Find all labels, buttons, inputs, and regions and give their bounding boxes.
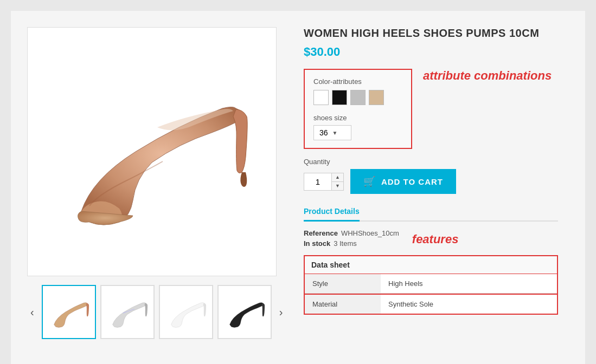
quantity-input[interactable] bbox=[304, 173, 331, 190]
color-swatches bbox=[313, 90, 402, 105]
thumbnail-4-img bbox=[223, 290, 266, 334]
add-to-cart-button[interactable]: 🛒 ADD TO CART bbox=[350, 169, 456, 194]
in-stock-key: In stock bbox=[304, 239, 330, 248]
attributes-row: Color-attributes shoes size 36 ▼ attribu… bbox=[304, 69, 558, 158]
thumbnail-1[interactable] bbox=[42, 285, 96, 339]
prev-thumbnail-button[interactable]: ‹ bbox=[27, 304, 37, 321]
quantity-arrows: ▲ ▼ bbox=[331, 173, 343, 190]
product-image-svg bbox=[49, 49, 255, 255]
quantity-input-box: ▲ ▼ bbox=[304, 173, 344, 191]
swatch-white[interactable] bbox=[313, 90, 329, 105]
size-attr-label: shoes size bbox=[313, 114, 402, 122]
thumbnails-row: ‹ bbox=[27, 285, 293, 339]
swatch-beige[interactable] bbox=[369, 90, 384, 105]
thumbnail-3[interactable] bbox=[159, 285, 213, 339]
size-dropdown[interactable]: 36 ▼ bbox=[313, 125, 351, 140]
attribute-annotation: attribute combinations bbox=[423, 69, 552, 83]
cart-icon: 🛒 bbox=[363, 176, 376, 187]
thumbnail-2[interactable] bbox=[100, 285, 155, 339]
style-key: Style bbox=[305, 274, 381, 293]
next-thumbnail-button[interactable]: › bbox=[276, 304, 286, 321]
tabs-row: Product Details bbox=[304, 203, 558, 222]
quantity-row: ▲ ▼ 🛒 ADD TO CART bbox=[304, 169, 558, 194]
data-sheet-row-material: Material Synthetic Sole bbox=[305, 295, 557, 314]
left-panel: ‹ bbox=[27, 27, 293, 359]
main-product-image bbox=[27, 27, 277, 276]
product-title: WOMEN HIGH HEELS SHOES PUMPS 10CM bbox=[304, 27, 558, 40]
stock-row: In stock3 Items bbox=[304, 239, 399, 248]
stock-count: 3 Items bbox=[334, 239, 357, 248]
swatch-gray[interactable] bbox=[350, 90, 366, 105]
quantity-label: Quantity bbox=[304, 158, 558, 166]
thumbnail-4[interactable] bbox=[217, 285, 272, 339]
data-sheet-title: Data sheet bbox=[305, 256, 557, 274]
swatch-black[interactable] bbox=[332, 90, 347, 105]
quantity-down-button[interactable]: ▼ bbox=[332, 182, 343, 190]
thumbnail-2-img bbox=[106, 290, 149, 334]
meta-info: ReferenceWHHShoes_10cm In stock3 Items bbox=[304, 229, 399, 250]
reference-key: Reference bbox=[304, 229, 338, 237]
reference-row: ReferenceWHHShoes_10cm bbox=[304, 229, 399, 237]
thumbnail-1-img bbox=[47, 290, 91, 334]
style-value: High Heels bbox=[381, 274, 557, 293]
product-price: $30.00 bbox=[304, 45, 558, 59]
dropdown-arrow-icon: ▼ bbox=[332, 130, 338, 136]
color-attr-label: Color-attributes bbox=[313, 77, 402, 86]
thumbnail-3-img bbox=[164, 290, 208, 334]
data-sheet-row-style: Style High Heels bbox=[305, 274, 557, 294]
add-to-cart-label: ADD TO CART bbox=[381, 177, 443, 186]
material-value: Synthetic Sole bbox=[381, 295, 557, 314]
data-sheet-box: Data sheet Style High Heels Material Syn… bbox=[304, 255, 558, 315]
features-annotation: features bbox=[412, 232, 459, 246]
product-details-tab[interactable]: Product Details bbox=[304, 203, 360, 222]
size-value: 36 bbox=[319, 128, 328, 137]
reference-value: WHHShoes_10cm bbox=[341, 229, 399, 237]
right-panel: WOMEN HIGH HEELS SHOES PUMPS 10CM $30.00… bbox=[293, 27, 569, 359]
quantity-section: Quantity ▲ ▼ 🛒 ADD TO CART bbox=[304, 158, 558, 194]
attributes-box: Color-attributes shoes size 36 ▼ bbox=[304, 69, 412, 149]
quantity-up-button[interactable]: ▲ bbox=[332, 173, 343, 182]
meta-row: ReferenceWHHShoes_10cm In stock3 Items f… bbox=[304, 229, 558, 250]
material-key: Material bbox=[305, 295, 381, 314]
